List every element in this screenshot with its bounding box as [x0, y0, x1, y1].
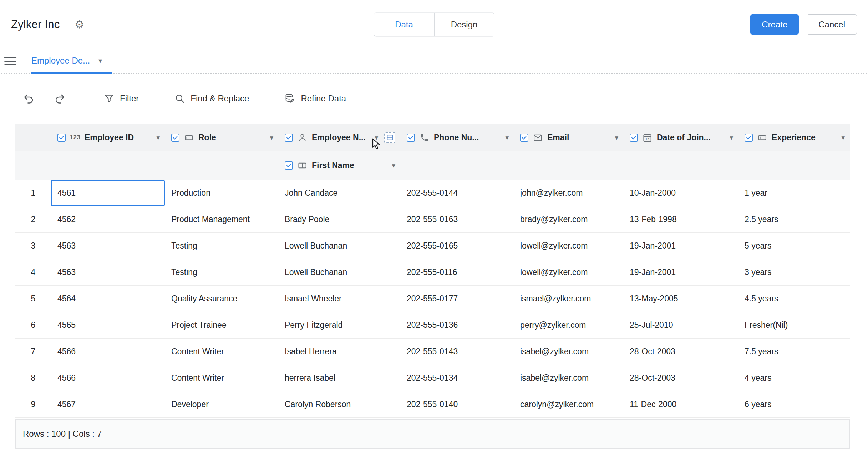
column-header-date-of-join[interactable]: 15Date of Join...▾ — [623, 124, 738, 151]
column-checkbox[interactable] — [285, 134, 293, 142]
table-cell[interactable]: 4.5 years — [738, 286, 850, 312]
column-checkbox[interactable] — [520, 134, 528, 142]
table-cell[interactable]: Project Trainee — [165, 312, 278, 338]
table-cell[interactable]: Content Writer — [165, 365, 278, 391]
table-cell[interactable]: 202-555-0116 — [400, 259, 514, 285]
redo-button[interactable] — [54, 92, 67, 105]
table-cell[interactable]: herrera Isabel — [278, 365, 400, 391]
table-cell[interactable]: Perry Fitzgerald — [278, 312, 400, 338]
chevron-down-icon[interactable]: ▾ — [375, 134, 378, 142]
table-cell[interactable]: Fresher(Nil) — [738, 312, 850, 338]
row-number[interactable]: 7 — [15, 339, 51, 365]
table-cell[interactable]: Testing — [165, 259, 278, 285]
row-number[interactable]: 6 — [15, 312, 51, 338]
table-cell[interactable]: 13-Feb-1998 — [623, 206, 738, 232]
table-cell[interactable]: 7.5 years — [738, 339, 850, 365]
table-cell[interactable]: Production — [165, 180, 278, 206]
chevron-down-icon[interactable]: ▾ — [615, 134, 618, 142]
table-cell[interactable]: 6 years — [738, 391, 850, 417]
table-cell[interactable]: 4562 — [51, 206, 165, 232]
table-cell[interactable]: 25-Jul-2010 — [623, 312, 738, 338]
table-cell[interactable]: John Candace — [278, 180, 400, 206]
column-header-role[interactable]: Role▾ — [165, 124, 278, 151]
table-cell[interactable]: 202-555-0136 — [400, 312, 514, 338]
subcolumn-header-first-name[interactable]: First Name▾ — [278, 151, 400, 180]
undo-button[interactable] — [23, 92, 36, 105]
table-cell[interactable]: 2.5 years — [738, 206, 850, 232]
table-cell[interactable]: Content Writer — [165, 339, 278, 365]
tab-data[interactable]: Data — [374, 13, 434, 36]
table-cell[interactable]: 4563 — [51, 259, 165, 285]
column-checkbox[interactable] — [171, 134, 179, 142]
chevron-down-icon[interactable]: ▾ — [392, 161, 395, 170]
column-checkbox[interactable] — [630, 134, 638, 142]
chevron-down-icon[interactable]: ▾ — [505, 134, 509, 142]
table-cell[interactable]: 202-555-0165 — [400, 233, 514, 259]
column-checkbox[interactable] — [285, 161, 293, 170]
chevron-down-icon[interactable]: ▾ — [98, 56, 102, 65]
row-number[interactable]: 9 — [15, 391, 51, 417]
column-checkbox[interactable] — [407, 134, 415, 142]
gear-icon[interactable]: ⚙ — [75, 19, 84, 30]
create-button[interactable]: Create — [750, 14, 799, 35]
table-cell[interactable]: Product Management — [165, 206, 278, 232]
table-cell[interactable]: lowell@zylker.com — [514, 259, 623, 285]
table-cell[interactable]: Ismael Wheeler — [278, 286, 400, 312]
table-cell[interactable]: 202-555-0144 — [400, 180, 514, 206]
sheet-tab-employee-details[interactable]: Employee De... ▾ — [31, 49, 112, 74]
table-cell[interactable]: Quality Assurance — [165, 286, 278, 312]
table-cell[interactable]: 1 year — [738, 180, 850, 206]
table-cell[interactable]: 4566 — [51, 339, 165, 365]
table-cell[interactable]: 202-555-0143 — [400, 339, 514, 365]
table-cell[interactable]: 4563 — [51, 233, 165, 259]
table-cell[interactable]: Lowell Buchanan — [278, 259, 400, 285]
tab-design[interactable]: Design — [434, 13, 494, 36]
menu-icon[interactable] — [4, 57, 16, 65]
row-number[interactable]: 5 — [15, 286, 51, 312]
table-cell[interactable]: Developer — [165, 391, 278, 417]
row-number[interactable]: 3 — [15, 233, 51, 259]
column-checkbox[interactable] — [57, 134, 66, 142]
table-cell[interactable]: 5 years — [738, 233, 850, 259]
table-cell[interactable]: 202-555-0134 — [400, 365, 514, 391]
table-cell[interactable]: ismael@zylker.com — [514, 286, 623, 312]
table-cell[interactable]: 4566 — [51, 365, 165, 391]
column-header-email[interactable]: Email▾ — [514, 124, 623, 151]
chevron-down-icon[interactable]: ▾ — [270, 134, 273, 142]
table-cell[interactable]: Isabel Herrera — [278, 339, 400, 365]
column-header-phone-nu[interactable]: Phone Nu...▾ — [400, 124, 514, 151]
row-number[interactable]: 2 — [15, 206, 51, 232]
column-header-employee-id[interactable]: 123Employee ID▾ — [51, 124, 165, 151]
table-cell[interactable]: Lowell Buchanan — [278, 233, 400, 259]
chevron-down-icon[interactable]: ▾ — [730, 134, 733, 142]
table-cell[interactable]: 4564 — [51, 286, 165, 312]
table-cell[interactable]: Testing — [165, 233, 278, 259]
split-column-button[interactable] — [384, 132, 395, 143]
table-cell[interactable]: lowell@zylker.com — [514, 233, 623, 259]
column-header-experience[interactable]: Experience▾ — [738, 124, 850, 151]
table-cell[interactable]: isabel@zylker.com — [514, 339, 623, 365]
table-cell[interactable]: 202-555-0177 — [400, 286, 514, 312]
table-cell[interactable]: carolyn@zylker.com — [514, 391, 623, 417]
table-cell[interactable]: perry@zylker.com — [514, 312, 623, 338]
table-cell[interactable]: 28-Oct-2003 — [623, 339, 738, 365]
table-cell[interactable]: 4567 — [51, 391, 165, 417]
column-header-employee-n[interactable]: Employee N...▾ — [278, 124, 400, 151]
table-cell[interactable]: brady@zylker.com — [514, 206, 623, 232]
chevron-down-icon[interactable]: ▾ — [841, 134, 845, 142]
filter-button[interactable]: Filter — [104, 93, 139, 104]
table-cell[interactable]: 19-Jan-2001 — [623, 233, 738, 259]
selected-cell[interactable]: 4561 — [51, 180, 165, 206]
table-cell[interactable]: Carolyn Roberson — [278, 391, 400, 417]
table-cell[interactable]: 10-Jan-2000 — [623, 180, 738, 206]
table-cell[interactable]: 19-Jan-2001 — [623, 259, 738, 285]
table-cell[interactable]: 28-Oct-2003 — [623, 365, 738, 391]
table-cell[interactable]: 4 years — [738, 365, 850, 391]
table-cell[interactable]: 3 years — [738, 259, 850, 285]
chevron-down-icon[interactable]: ▾ — [156, 134, 160, 142]
table-cell[interactable]: 4565 — [51, 312, 165, 338]
table-cell[interactable]: 11-Dec-2000 — [623, 391, 738, 417]
column-checkbox[interactable] — [745, 134, 753, 142]
table-cell[interactable]: john@zylker.com — [514, 180, 623, 206]
table-cell[interactable]: 13-May-2005 — [623, 286, 738, 312]
